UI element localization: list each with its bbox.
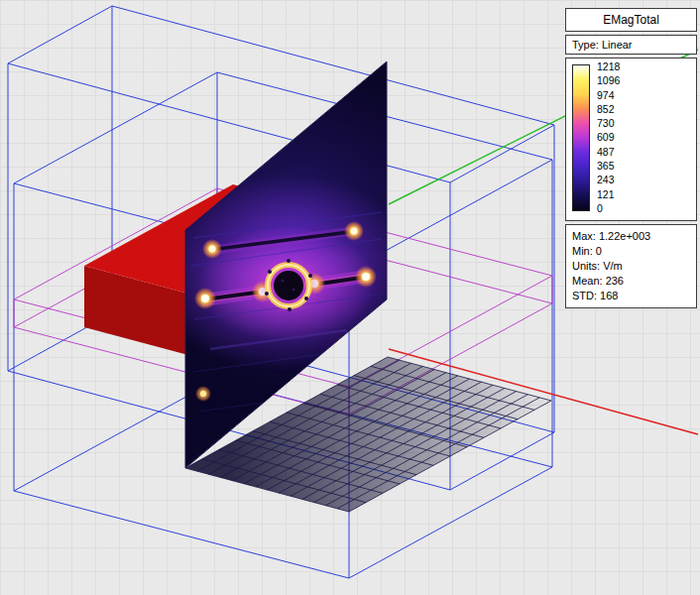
stat-line: STD: 168 [572,290,690,302]
field-legend[interactable]: EMagTotal Type: Linear 12181096974852730… [565,8,697,308]
scale-tick-label: 1218 [597,61,620,72]
stat-line: Units: V/m [572,260,690,273]
legend-title: EMagTotal [565,8,697,32]
stat-line: Mean: 236 [572,275,690,288]
scale-tick-label: 609 [597,132,620,143]
colorbar-scale-labels: 121810969748527306094873652431210 [597,61,620,214]
scale-tick-label: 852 [597,104,620,115]
scale-tick-label: 1096 [597,75,620,86]
colorbar-gradient [572,64,590,211]
scale-tick-label: 974 [597,90,620,101]
stat-line: Min: 0 [572,245,690,258]
legend-stats: Max: 1.22e+003Min: 0Units: V/mMean: 236S… [565,224,697,308]
scale-tick-label: 0 [597,203,620,214]
scale-tick-label: 365 [597,161,620,172]
scale-tick-label: 730 [597,118,620,129]
legend-colorbar-section: 121810969748527306094873652431210 [565,58,697,221]
scale-tick-label: 243 [597,175,620,185]
scale-tick-label: 487 [597,147,620,158]
legend-scale-type: Type: Linear [565,35,697,55]
scale-tick-label: 121 [597,189,620,200]
viewport-3d[interactable]: EMagTotal Type: Linear 12181096974852730… [0,0,700,595]
stat-line: Max: 1.22e+003 [572,230,690,243]
